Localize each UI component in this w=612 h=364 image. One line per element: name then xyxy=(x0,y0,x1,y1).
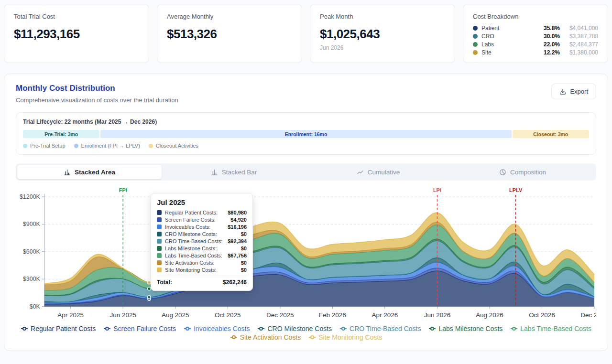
svg-text:Apr 2026: Apr 2026 xyxy=(372,311,398,319)
series-legend: Regular Patient CostsScreen Failure Cost… xyxy=(16,325,596,341)
pie-chart-icon xyxy=(499,169,506,176)
series-color-swatch xyxy=(157,260,162,265)
series-color-swatch xyxy=(157,232,162,236)
legend-item-cro-time-based-costs[interactable]: CRO Time-Based Costs xyxy=(339,325,421,332)
category-color-dot xyxy=(473,26,478,31)
tab-composition[interactable]: Composition xyxy=(450,165,595,179)
category-name: Site xyxy=(481,49,544,56)
tooltip-series-name: Site Activation Costs: xyxy=(165,260,241,266)
svg-text:Oct 2025: Oct 2025 xyxy=(215,311,241,319)
bars-chart-icon xyxy=(211,169,218,176)
tab-label: Stacked Area xyxy=(75,169,115,176)
tooltip-series-value: $0 xyxy=(241,231,247,237)
category-color-dot xyxy=(473,34,478,39)
series-legend-icon xyxy=(428,325,436,332)
series-color-swatch xyxy=(157,239,162,244)
lifecycle-title: Trial Lifecycle: 22 months (Mar 2025 → D… xyxy=(23,118,589,125)
svg-text:FPI: FPI xyxy=(119,187,127,193)
chart-type-tabs: Stacked AreaStacked BarCumulativeComposi… xyxy=(16,163,596,181)
legend-label: Labs Time-Based Costs xyxy=(520,325,591,332)
stat-card-average-monthly: Average Monthly $513,326 xyxy=(157,4,302,63)
panel-subtitle: Comprehensive visualization of costs ove… xyxy=(16,96,178,104)
legend-item-invoiceables-costs[interactable]: Invoiceables Costs xyxy=(184,325,250,332)
category-percent: 30.0% xyxy=(544,33,560,40)
tooltip-row: Regular Patient Costs:$80,980 xyxy=(157,210,247,215)
phase-color-dot xyxy=(74,144,78,148)
monthly-cost-panel: Monthly Cost Distribution Comprehensive … xyxy=(4,74,608,351)
legend-label: Invoiceables Costs xyxy=(194,325,250,332)
legend-item-regular-patient-costs[interactable]: Regular Patient Costs xyxy=(21,325,96,332)
legend-item-screen-failure-costs[interactable]: Screen Failure Costs xyxy=(103,325,176,332)
series-color-swatch xyxy=(157,225,162,229)
tooltip-row: Labs Milestone Costs:$0 xyxy=(157,246,247,251)
series-legend-icon xyxy=(230,334,238,341)
legend-item-labs-milestone-costs[interactable]: Labs Milestone Costs xyxy=(428,325,503,332)
legend-row: Site Activation CostsSite Monitoring Cos… xyxy=(230,333,382,341)
card-value: $11,293,165 xyxy=(14,27,139,42)
phase-color-dot xyxy=(149,144,153,148)
svg-text:LPI: LPI xyxy=(433,187,441,193)
svg-text:Jun 2025: Jun 2025 xyxy=(110,311,136,319)
series-legend-icon xyxy=(510,325,518,332)
export-button[interactable]: Export xyxy=(551,84,596,99)
legend-label: Screen Failure Costs xyxy=(113,325,176,332)
tooltip-series-name: Screen Failure Costs: xyxy=(165,217,230,223)
legend-label: CRO Time-Based Costs xyxy=(350,325,421,332)
legend-label: Site Monitoring Costs xyxy=(318,333,382,341)
tooltip-row: CRO Milestone Costs:$0 xyxy=(157,231,247,237)
tooltip-total-label: Total: xyxy=(157,279,172,286)
category-percent: 35.8% xyxy=(544,25,560,32)
tab-stacked-area[interactable]: Stacked Area xyxy=(17,165,162,179)
phase-label: Closeout Activities xyxy=(156,143,198,149)
tooltip-row: CRO Time-Based Costs:$92,394 xyxy=(157,238,247,244)
tooltip-series-name: Labs Milestone Costs: xyxy=(165,246,241,251)
bars-chart-icon xyxy=(64,169,71,176)
stacked-area-chart[interactable]: $0K$300K$600K$900K$1200KApr 2025Jun 2025… xyxy=(16,186,596,322)
tooltip-row: Screen Failure Costs:$4,920 xyxy=(157,217,247,223)
lifecycle-segment: Enrollment: 16mo xyxy=(100,130,511,138)
legend-item-site-monitoring-costs[interactable]: Site Monitoring Costs xyxy=(308,333,382,341)
card-label: Peak Month xyxy=(320,13,445,20)
legend-item-cro-milestone-costs[interactable]: CRO Milestone Costs xyxy=(257,325,332,332)
lifecycle-bar: Pre-Trial: 3moEnrollment: 16moCloseout: … xyxy=(23,130,589,138)
lifecycle-legend: Pre-Trial SetupEnrollment (FPI → LPLV)Cl… xyxy=(23,143,589,149)
panel-title: Monthly Cost Distribution xyxy=(16,84,178,93)
tooltip-series-value: $0 xyxy=(241,260,247,266)
export-label: Export xyxy=(570,88,588,95)
tooltip-row: Site Monitoring Costs:$0 xyxy=(157,267,247,273)
tab-stacked-bar[interactable]: Stacked Bar xyxy=(162,165,306,179)
series-legend-icon xyxy=(21,325,28,332)
card-label: Total Trial Cost xyxy=(14,13,139,20)
lifecycle-legend-item: Pre-Trial Setup xyxy=(23,143,66,149)
chart-tooltip: Jul 2025 Regular Patient Costs:$80,980Sc… xyxy=(151,193,253,291)
category-name: Patient xyxy=(481,25,544,32)
lifecycle-legend-item: Enrollment (FPI → LPLV) xyxy=(74,143,140,149)
legend-row: Regular Patient CostsScreen Failure Cost… xyxy=(21,325,591,332)
category-amount: $1,380,000 xyxy=(564,49,598,56)
stat-card-cost-breakdown: Cost Breakdown Patient35.8%$4,041,000CRO… xyxy=(463,4,608,63)
svg-text:Aug 2025: Aug 2025 xyxy=(162,311,189,319)
tooltip-total-row: Total: $262,246 xyxy=(157,276,247,286)
category-color-dot xyxy=(473,50,478,55)
svg-text:$300K: $300K xyxy=(23,276,41,282)
card-subtext: Jun 2026 xyxy=(320,44,445,51)
tooltip-series-name: Site Monitoring Costs: xyxy=(165,267,241,273)
lifecycle-segment: Pre-Trial: 3mo xyxy=(23,130,99,138)
tab-cumulative[interactable]: Cumulative xyxy=(306,165,450,179)
phase-label: Pre-Trial Setup xyxy=(30,143,66,149)
series-color-swatch xyxy=(157,268,162,272)
series-color-swatch xyxy=(157,217,162,222)
phase-label: Enrollment (FPI → LPLV) xyxy=(81,143,140,149)
legend-item-labs-time-based-costs[interactable]: Labs Time-Based Costs xyxy=(510,325,591,332)
stat-card-peak-month: Peak Month $1,025,643 Jun 2026 xyxy=(310,4,455,63)
tooltip-series-value: $67,756 xyxy=(228,253,247,258)
legend-label: Site Activation Costs xyxy=(240,333,301,341)
svg-text:$900K: $900K xyxy=(23,221,41,227)
tooltip-series-name: Regular Patient Costs: xyxy=(165,210,228,215)
svg-text:Aug 2026: Aug 2026 xyxy=(476,311,503,319)
tooltip-series-name: Labs Time-Based Costs: xyxy=(165,253,228,258)
tooltip-series-name: CRO Milestone Costs: xyxy=(165,231,241,237)
legend-item-site-activation-costs[interactable]: Site Activation Costs xyxy=(230,333,301,341)
stat-card-total-trial-cost: Total Trial Cost $11,293,165 xyxy=(4,4,149,63)
lifecycle-segment: Closeout: 3mo xyxy=(513,130,589,138)
